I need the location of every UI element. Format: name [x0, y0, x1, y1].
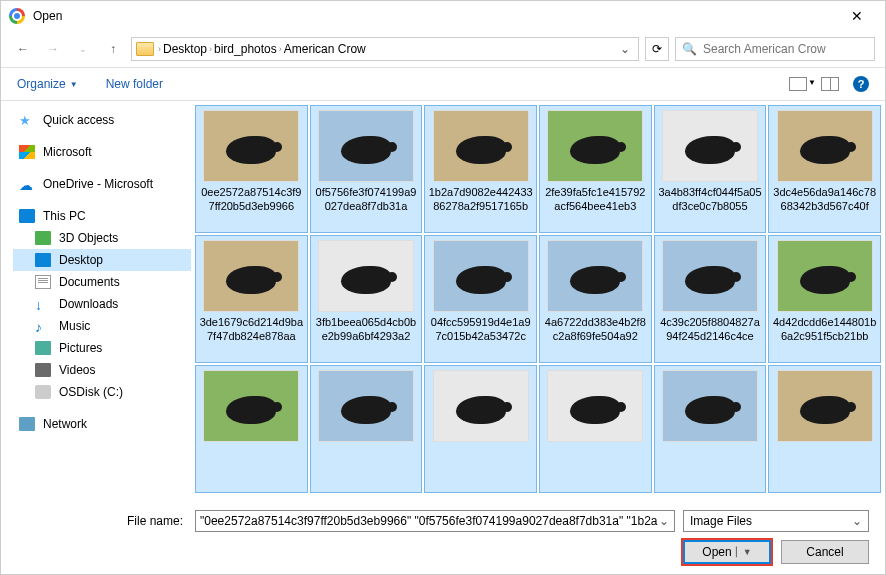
file-name: 04fcc595919d4e1a97c015b42a53472c	[429, 316, 533, 358]
filename-label: File name:	[17, 514, 187, 528]
star-icon	[19, 113, 35, 127]
chrome-icon	[9, 8, 25, 24]
breadcrumb-item[interactable]: American Crow	[284, 42, 366, 56]
breadcrumb-item[interactable]: bird_photos	[214, 42, 277, 56]
file-thumb[interactable]: 0ee2572a87514c3f97ff20b5d3eb9966	[195, 105, 308, 233]
file-thumb[interactable]: 4a6722dd383e4b2f8c2a8f69fe504a92	[539, 235, 652, 363]
file-name: 4a6722dd383e4b2f8c2a8f69fe504a92	[543, 316, 647, 358]
sidebar-videos[interactable]: Videos	[13, 359, 191, 381]
close-button[interactable]: ✕	[837, 8, 877, 24]
thumbnail-image	[662, 370, 758, 442]
file-thumb[interactable]: 1b2a7d9082e44243386278a2f9517165b	[424, 105, 537, 233]
sidebar-music[interactable]: Music	[13, 315, 191, 337]
chevron-right-icon: ›	[209, 44, 212, 54]
search-box[interactable]: 🔍	[675, 37, 875, 61]
filename-dropdown[interactable]: ⌄	[658, 514, 670, 528]
thumbnail-image	[662, 240, 758, 312]
file-name: 4d42dcdd6e144801b6a2c951f5cb21bb	[773, 316, 877, 358]
up-button[interactable]: ↑	[101, 37, 125, 61]
sidebar-downloads[interactable]: Downloads	[13, 293, 191, 315]
breadcrumb-dropdown[interactable]: ⌄	[616, 42, 634, 56]
thumbnail-image	[318, 110, 414, 182]
forward-button[interactable]: →	[41, 37, 65, 61]
file-thumb[interactable]	[768, 365, 881, 493]
file-thumb[interactable]	[424, 365, 537, 493]
thumbnail-image	[318, 240, 414, 312]
pictures-icon	[35, 341, 51, 355]
breadcrumb[interactable]: › Desktop › bird_photos › American Crow …	[131, 37, 639, 61]
refresh-button[interactable]: ⟳	[645, 37, 669, 61]
disk-icon	[35, 385, 51, 399]
file-thumb[interactable]: 3fb1beea065d4cb0be2b99a6bf4293a2	[310, 235, 423, 363]
sidebar-onedrive[interactable]: OneDrive - Microsoft	[13, 173, 191, 195]
sidebar-desktop[interactable]: Desktop	[13, 249, 191, 271]
file-thumb[interactable]	[654, 365, 767, 493]
file-thumb[interactable]: 3de1679c6d214d9ba7f47db824e878aa	[195, 235, 308, 363]
thumbnail-image	[203, 370, 299, 442]
thumbnail-image	[433, 370, 529, 442]
nav-row: ← → ⌄ ↑ › Desktop › bird_photos › Americ…	[1, 31, 885, 67]
organize-menu[interactable]: Organize▼	[17, 77, 78, 91]
chevron-down-icon: ⌄	[852, 514, 862, 528]
file-thumb[interactable]: 2fe39fa5fc1e415792acf564bee41eb3	[539, 105, 652, 233]
help-button[interactable]: ?	[853, 76, 869, 92]
file-thumb[interactable]: 0f5756fe3f074199a9027dea8f7db31a	[310, 105, 423, 233]
file-thumb[interactable]	[310, 365, 423, 493]
objects-icon	[35, 231, 51, 245]
filename-field[interactable]: ⌄	[195, 510, 675, 532]
thumbnail-image	[547, 370, 643, 442]
file-name: 0f5756fe3f074199a9027dea8f7db31a	[314, 186, 418, 228]
thumbnail-image	[777, 110, 873, 182]
network-icon	[19, 417, 35, 431]
file-thumb[interactable]	[539, 365, 652, 493]
file-name: 4c39c205f8804827a94f245d2146c4ce	[658, 316, 762, 358]
preview-pane-button[interactable]	[821, 77, 839, 91]
sidebar-pictures[interactable]: Pictures	[13, 337, 191, 359]
documents-icon	[35, 275, 51, 289]
thumbnail-image	[777, 370, 873, 442]
download-icon	[35, 297, 51, 311]
window-title: Open	[33, 9, 837, 23]
sidebar-osdisk[interactable]: OSDisk (C:)	[13, 381, 191, 403]
filename-input[interactable]	[200, 514, 658, 528]
view-button[interactable]: ▼	[789, 77, 807, 91]
file-name: 3dc4e56da9a146c7868342b3d567c40f	[773, 186, 877, 228]
file-name: 2fe39fa5fc1e415792acf564bee41eb3	[543, 186, 647, 228]
microsoft-icon	[19, 145, 35, 159]
desktop-icon	[35, 253, 51, 267]
sidebar-3d-objects[interactable]: 3D Objects	[13, 227, 191, 249]
sidebar-this-pc[interactable]: This PC	[13, 205, 191, 227]
sidebar-documents[interactable]: Documents	[13, 271, 191, 293]
new-folder-button[interactable]: New folder	[106, 77, 163, 91]
file-thumb[interactable]: 3a4b83ff4cf044f5a05df3ce0c7b8055	[654, 105, 767, 233]
file-name: 3de1679c6d214d9ba7f47db824e878aa	[199, 316, 303, 358]
file-thumb[interactable]: 04fcc595919d4e1a97c015b42a53472c	[424, 235, 537, 363]
sidebar-network[interactable]: Network	[13, 413, 191, 435]
back-button[interactable]: ←	[11, 37, 35, 61]
file-name: 3a4b83ff4cf044f5a05df3ce0c7b8055	[658, 186, 762, 228]
chevron-right-icon: ›	[279, 44, 282, 54]
file-thumb[interactable]: 4c39c205f8804827a94f245d2146c4ce	[654, 235, 767, 363]
sidebar-quick-access[interactable]: Quick access	[13, 109, 191, 131]
file-thumb[interactable]: 3dc4e56da9a146c7868342b3d567c40f	[768, 105, 881, 233]
recent-dropdown[interactable]: ⌄	[71, 37, 95, 61]
search-icon: 🔍	[682, 42, 697, 56]
file-name: 1b2a7d9082e44243386278a2f9517165b	[429, 186, 533, 228]
thumbnail-image	[547, 110, 643, 182]
file-grid[interactable]: 0ee2572a87514c3f97ff20b5d3eb99660f5756fe…	[191, 101, 885, 511]
cancel-button[interactable]: Cancel	[781, 540, 869, 564]
thumbnail-image	[662, 110, 758, 182]
music-icon	[35, 319, 51, 333]
breadcrumb-item[interactable]: Desktop	[163, 42, 207, 56]
filetype-filter[interactable]: Image Files ⌄	[683, 510, 869, 532]
thumbnail-image	[318, 370, 414, 442]
thumbnail-image	[547, 240, 643, 312]
videos-icon	[35, 363, 51, 377]
file-thumb[interactable]	[195, 365, 308, 493]
open-button[interactable]: Open▏▼	[683, 540, 771, 564]
file-thumb[interactable]: 4d42dcdd6e144801b6a2c951f5cb21bb	[768, 235, 881, 363]
sidebar-microsoft[interactable]: Microsoft	[13, 141, 191, 163]
thumbnail-image	[433, 240, 529, 312]
thumbnail-image	[433, 110, 529, 182]
search-input[interactable]	[703, 42, 868, 56]
